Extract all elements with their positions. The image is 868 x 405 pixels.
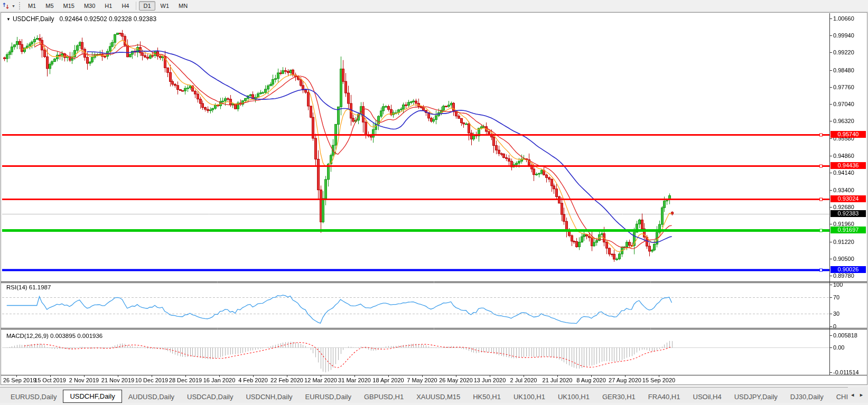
timeframe-button-m15[interactable]: M15 (59, 1, 79, 11)
chart-tab-1[interactable]: USDCHF,Daily (63, 390, 122, 403)
chevron-down-icon[interactable]: ▼ (12, 4, 15, 8)
rsi-tick-label: 0 (833, 323, 836, 329)
price-level-tag: 0.91697 (830, 227, 866, 233)
timeframe-button-mn[interactable]: MN (174, 1, 192, 11)
date-tick-label: 10 Dec 2019 (135, 377, 168, 383)
timeframe-buttons: M1M5M15M30H1H4D1W1MN (23, 1, 192, 11)
chart-tab-10[interactable]: UK100,H1 (552, 391, 596, 403)
tab-scroll-right-icon[interactable]: ► (859, 392, 864, 398)
chart-tab-2[interactable]: AUDUSD,Daily (122, 391, 181, 403)
timeframe-button-d1[interactable]: D1 (139, 1, 155, 11)
chart-tab-3[interactable]: USDCAD,Daily (181, 391, 239, 403)
date-tick-label: 4 Feb 2020 (238, 377, 268, 383)
price-level-tag: 0.94436 (830, 162, 866, 169)
chart-tab-14[interactable]: USDJPY,Daily (728, 391, 784, 403)
mt4-window: ▼ M1M5M15M30H1H4D1W1MN ▼USDCHF,Daily0.92… (0, 0, 868, 405)
price-tick-label: 0.97760 (833, 84, 854, 90)
date-tick-label: 27 Aug 2020 (609, 377, 641, 383)
price-tick-label: 0.98480 (833, 67, 854, 73)
chart-tab-11[interactable]: GER30,H1 (596, 391, 642, 403)
macd-tick-label: -0.011514 (833, 369, 859, 375)
rsi-tick-label: 100 (833, 281, 843, 288)
date-tick-label: 16 Jan 2020 (203, 377, 236, 383)
chart-title: ▼USDCHF,Daily0.92464 0.92502 0.92328 0.9… (6, 15, 156, 23)
tab-scroll-controls: ◄ ► (848, 387, 868, 403)
macd-tick-label: 0.005818 (833, 332, 857, 338)
price-tick-label: 0.90500 (833, 256, 854, 262)
chart-tab-12[interactable]: FRA40,H1 (642, 391, 687, 403)
date-tick-label: 26 May 2020 (439, 377, 473, 383)
price-level-tag: 0.90026 (830, 266, 866, 273)
price-tick-label: 0.93400 (833, 187, 854, 193)
rsi-tick-label: 30 (833, 310, 839, 317)
price-tick-label: 0.94140 (833, 169, 854, 176)
date-tick-label: 21 Nov 2019 (101, 377, 134, 383)
timeframe-button-m1[interactable]: M1 (24, 1, 40, 11)
date-tick-label: 21 Jul 2020 (543, 377, 573, 383)
price-tick-label: 0.99940 (833, 32, 854, 39)
chart-tab-4[interactable]: USDCNH,Daily (239, 391, 298, 403)
date-tick-label: 22 Feb 2020 (270, 377, 303, 383)
date-tick-label: 12 Mar 2020 (304, 377, 337, 383)
toolbar-grip[interactable] (19, 2, 20, 10)
chart-tab-0[interactable]: EURUSD,Daily (4, 391, 63, 403)
timeframe-button-m30[interactable]: M30 (80, 1, 99, 11)
price-tick-label: 0.94860 (833, 153, 854, 159)
date-tick-label: 15 Oct 2019 (34, 377, 66, 383)
collapse-arrow-icon[interactable]: ▼ (6, 17, 11, 22)
date-tick-label: 26 Sep 2019 (3, 377, 36, 383)
chart-tab-bar: EURUSD,DailyUSDCHF,DailyAUDUSD,DailyUSDC… (0, 387, 868, 403)
date-tick-label: 18 Apr 2020 (372, 377, 404, 383)
date-tick-label: 2 Jul 2020 (510, 377, 537, 383)
date-tick-label: 31 Mar 2020 (338, 377, 371, 383)
price-level-tag: 0.93024 (830, 195, 866, 202)
current-price-tag: 0.92383 (830, 210, 866, 217)
chart-tab-6[interactable]: GBPUSD,H1 (358, 391, 410, 403)
price-tick-label: 1.00660 (833, 15, 854, 22)
price-tick-label: 0.91220 (833, 239, 854, 245)
chart-tab-7[interactable]: XAUUSD,M15 (410, 391, 466, 403)
date-tick-label: 7 May 2020 (407, 377, 437, 383)
timeframe-button-m5[interactable]: M5 (41, 1, 58, 11)
price-chart-canvas[interactable] (0, 0, 868, 405)
date-tick-label: 2 Nov 2019 (69, 377, 99, 383)
chart-symbol: USDCHF,Daily (13, 15, 54, 23)
chart-tab-5[interactable]: EURUSD,Daily (299, 391, 358, 403)
price-tick-label: 0.92680 (833, 204, 854, 210)
timeframe-toolbar: ▼ M1M5M15M30H1H4D1W1MN (0, 0, 868, 12)
tab-scroll-left-icon[interactable]: ◄ (850, 392, 855, 398)
timeframe-button-w1[interactable]: W1 (156, 1, 174, 11)
date-tick-label: 8 Aug 2020 (576, 377, 606, 383)
rsi-tick-label: 70 (833, 294, 839, 300)
price-tick-label: 0.99220 (833, 49, 854, 55)
price-tick-label: 0.97040 (833, 101, 854, 107)
toolbar-separator (136, 2, 136, 10)
chart-ohlc: 0.92464 0.92502 0.92328 0.92383 (60, 15, 157, 23)
price-tick-label: 0.96320 (833, 118, 854, 124)
macd-indicator-label: MACD(12,26,9) 0.003895 0.001936 (6, 333, 102, 339)
price-tick-label: 0.89780 (833, 272, 854, 279)
price-level-tag: 0.95740 (830, 131, 866, 138)
chart-tab-8[interactable]: HK50,H1 (466, 391, 507, 403)
macd-tick-label: 0.00 (833, 344, 844, 351)
timeframe-button-h1[interactable]: H1 (100, 1, 116, 11)
rsi-indicator-label: RSI(14) 61.1987 (6, 284, 51, 290)
date-tick-label: 28 Dec 2019 (169, 377, 202, 383)
date-tick-label: 15 Sep 2020 (642, 377, 675, 383)
date-tick-label: 13 Jun 2020 (474, 377, 506, 383)
chart-tab-9[interactable]: UK100,H1 (507, 391, 552, 403)
chart-tab-13[interactable]: USOil,H4 (687, 391, 728, 403)
timeframe-button-h4[interactable]: H4 (117, 1, 133, 11)
chart-tab-15[interactable]: DJ30,Daily (784, 391, 830, 403)
chart-period-icon[interactable] (2, 2, 11, 10)
